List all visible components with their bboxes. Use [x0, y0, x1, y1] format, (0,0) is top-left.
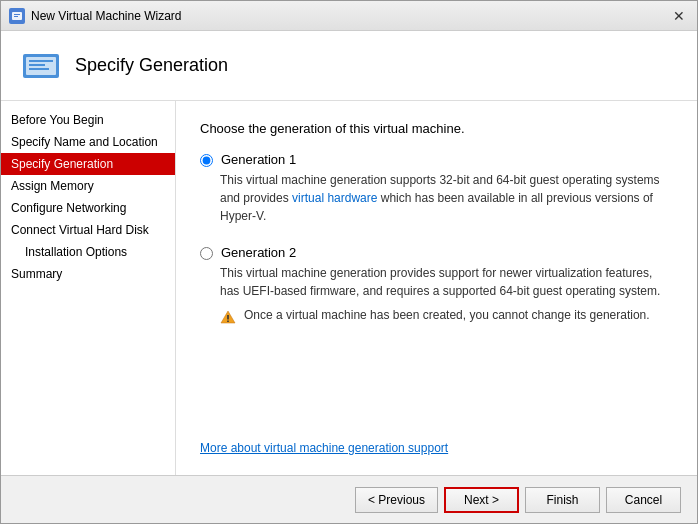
sidebar-item-connect-vhd[interactable]: Connect Virtual Hard Disk: [1, 219, 175, 241]
more-link[interactable]: More about virtual machine generation su…: [200, 441, 448, 455]
sidebar-item-specify-name-location[interactable]: Specify Name and Location: [1, 131, 175, 153]
next-button[interactable]: Next >: [444, 487, 519, 513]
generation2-radio-label[interactable]: Generation 2: [200, 245, 673, 260]
wizard-window: New Virtual Machine Wizard ✕ Specify Gen…: [0, 0, 698, 524]
generation1-option: Generation 1 This virtual machine genera…: [200, 152, 673, 233]
svg-rect-2: [14, 16, 18, 17]
generation1-desc-link[interactable]: virtual hardware: [292, 191, 377, 205]
svg-rect-10: [227, 321, 229, 323]
previous-button[interactable]: < Previous: [355, 487, 438, 513]
generation1-title: Generation 1: [221, 152, 296, 167]
more-link-container: More about virtual machine generation su…: [200, 428, 673, 455]
svg-rect-9: [227, 315, 229, 320]
sidebar-item-specify-generation[interactable]: Specify Generation: [1, 153, 175, 175]
sidebar-item-summary[interactable]: Summary: [1, 263, 175, 285]
cancel-button[interactable]: Cancel: [606, 487, 681, 513]
generation1-description: This virtual machine generation supports…: [220, 171, 673, 225]
finish-button[interactable]: Finish: [525, 487, 600, 513]
title-bar-icon: [9, 8, 25, 24]
sidebar-item-configure-networking[interactable]: Configure Networking: [1, 197, 175, 219]
generation2-description: This virtual machine generation provides…: [220, 264, 673, 300]
generation1-radio[interactable]: [200, 154, 213, 167]
sidebar: Before You Begin Specify Name and Locati…: [1, 101, 176, 475]
title-bar-title: New Virtual Machine Wizard: [31, 9, 669, 23]
sidebar-item-assign-memory[interactable]: Assign Memory: [1, 175, 175, 197]
sidebar-item-before-you-begin[interactable]: Before You Begin: [1, 109, 175, 131]
wizard-footer: < Previous Next > Finish Cancel: [1, 475, 697, 523]
title-bar: New Virtual Machine Wizard ✕: [1, 1, 697, 31]
generation2-radio[interactable]: [200, 247, 213, 260]
page-description: Choose the generation of this virtual ma…: [200, 121, 673, 136]
close-button[interactable]: ✕: [669, 6, 689, 26]
svg-rect-5: [29, 60, 53, 62]
page-title: Specify Generation: [75, 55, 228, 76]
generation2-option: Generation 2 This virtual machine genera…: [200, 245, 673, 325]
svg-rect-1: [14, 14, 20, 15]
warning-icon: [220, 309, 236, 325]
content-area: Before You Begin Specify Name and Locati…: [1, 101, 697, 475]
generation1-radio-label[interactable]: Generation 1: [200, 152, 673, 167]
generation2-title: Generation 2: [221, 245, 296, 260]
sidebar-item-installation-options[interactable]: Installation Options: [1, 241, 175, 263]
svg-rect-7: [29, 68, 49, 70]
wizard-icon: [21, 50, 61, 82]
warning-box: Once a virtual machine has been created,…: [220, 308, 673, 325]
main-panel: Choose the generation of this virtual ma…: [176, 101, 697, 475]
content-spacer: [200, 337, 673, 428]
svg-rect-6: [29, 64, 45, 66]
warning-text: Once a virtual machine has been created,…: [244, 308, 650, 322]
wizard-header: Specify Generation: [1, 31, 697, 101]
